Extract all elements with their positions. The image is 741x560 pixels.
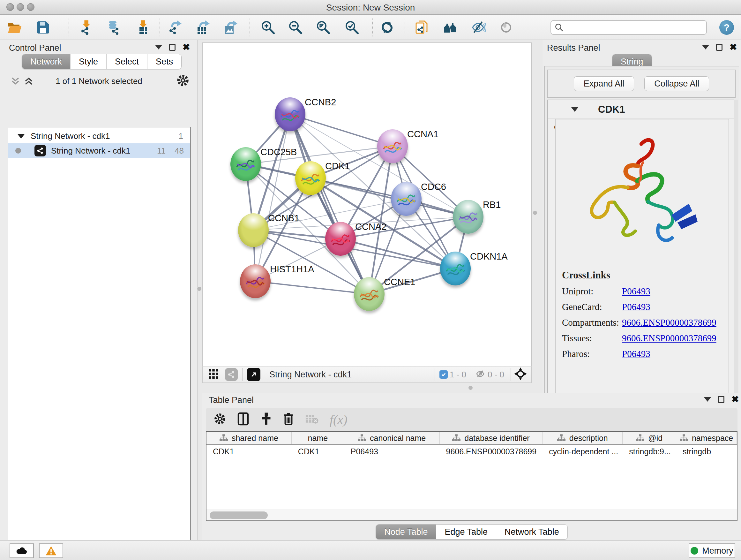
node-table[interactable]: shared namenamecanonical namedatabase id… (206, 431, 738, 521)
control-panel-collapse-icon[interactable] (155, 45, 162, 50)
node-cdc6[interactable] (391, 182, 421, 216)
help-button[interactable]: ? (719, 20, 734, 35)
table-panel-collapse-icon[interactable] (704, 397, 711, 401)
table-settings-gear-icon[interactable] (213, 413, 226, 427)
string-view-icon[interactable] (225, 368, 238, 381)
network-row-selected[interactable]: String Network - cdk1 11 48 (8, 143, 190, 158)
hide-show-icon[interactable] (468, 17, 488, 38)
column-header-name[interactable]: name (292, 432, 344, 444)
save-session-icon[interactable] (33, 17, 53, 38)
cdk1-detail-box: CrossLinks Uniprot: P06493GeneCard: P064… (555, 119, 729, 394)
export-network-icon[interactable] (165, 17, 185, 38)
memory-button[interactable]: Memory (689, 543, 735, 558)
cloud-button[interactable] (10, 543, 34, 558)
import-network-icon[interactable] (76, 17, 97, 38)
node-cdc25b[interactable] (230, 147, 261, 181)
search-input[interactable] (550, 20, 707, 35)
results-panel-close-icon[interactable]: ✖ (730, 44, 737, 51)
results-scroll-area[interactable]: CDK1 cyclin-dependent kinase 1 (547, 100, 736, 401)
node-hist1h1a[interactable] (240, 264, 271, 298)
edge-ccnb2-ccna1[interactable] (290, 114, 393, 146)
results-panel-float-icon[interactable] (716, 44, 723, 51)
crosslink-link[interactable]: P06493 (622, 302, 650, 312)
column-header-database-identifier[interactable]: database identifier (440, 432, 543, 444)
network-options-gear-icon[interactable] (176, 74, 190, 88)
selected-checkbox-icon[interactable] (440, 370, 448, 379)
birdseye-view-icon[interactable] (514, 368, 527, 381)
column-header-canonical-name[interactable]: canonical name (344, 432, 440, 444)
column-header--id[interactable]: @id (623, 432, 676, 444)
grid-view-icon[interactable] (208, 368, 219, 381)
warning-button[interactable] (39, 543, 63, 558)
toolbar-separator (69, 18, 69, 37)
crosslink-link[interactable]: P06493 (622, 286, 650, 297)
table-panel-float-icon[interactable] (718, 396, 724, 403)
tab-network-table[interactable]: Network Table (496, 524, 567, 539)
tab-node-table[interactable]: Node Table (376, 524, 436, 539)
control-panel-close-icon[interactable]: ✖ (183, 44, 190, 51)
node-ccnb2[interactable] (275, 98, 306, 131)
edge-ccnb2-hist1h1a[interactable] (255, 114, 290, 281)
node-ccnb1[interactable] (238, 213, 269, 247)
open-session-icon[interactable] (4, 17, 24, 38)
zoom-out-icon[interactable] (285, 17, 306, 38)
cloud-icon (15, 546, 28, 555)
export-table-icon[interactable] (193, 17, 213, 38)
delete-column-icon[interactable] (283, 412, 294, 427)
crosslink-row: GeneCard: P06493 (562, 302, 717, 312)
edge-hist1h1a-ccne1[interactable] (255, 281, 369, 294)
add-column-icon[interactable] (260, 412, 272, 427)
zoom-selected-icon[interactable] (342, 17, 362, 38)
show-columns-icon[interactable] (237, 412, 249, 427)
eye-icon[interactable] (496, 17, 516, 38)
right-splitter-handle[interactable] (533, 211, 537, 215)
node-cdkn1a[interactable] (440, 252, 471, 286)
tab-style[interactable]: Style (70, 54, 106, 69)
table-row[interactable]: CDK1CDK1P064939606.ENSP00000378699cyclin… (206, 445, 737, 458)
table-hscroll-thumb[interactable] (210, 511, 268, 519)
node-cdk1[interactable] (295, 161, 326, 195)
results-scrollbar[interactable] (734, 100, 738, 401)
table-toolbar: f(x) (206, 408, 738, 431)
tree-expand-icon[interactable] (17, 134, 25, 138)
results-panel-collapse-icon[interactable] (702, 45, 709, 50)
cdk1-section-header[interactable]: CDK1 (548, 101, 734, 118)
crosslink-link[interactable]: 9606.ENSP00000378699 (622, 333, 717, 344)
network-collection-row[interactable]: String Network - cdk1 1 (8, 129, 190, 143)
column-header-description[interactable]: description (542, 432, 623, 444)
warning-icon (45, 546, 57, 556)
import-database-icon[interactable] (103, 17, 124, 38)
tab-select[interactable]: Select (106, 54, 147, 69)
network-canvas[interactable]: CCNB2CCNA1CDC25BCDK1CDC6RB1CCNB1CCNA2CDK… (202, 43, 532, 366)
crosslink-link[interactable]: 9606.ENSP00000378699 (622, 317, 717, 328)
bottom-splitter-handle[interactable] (468, 386, 473, 390)
node-ccne1[interactable] (354, 277, 385, 311)
control-panel-float-icon[interactable] (169, 44, 176, 51)
collapse-all-button[interactable]: Collapse All (644, 76, 709, 91)
detach-view-icon[interactable] (247, 368, 260, 381)
import-table-icon[interactable] (132, 17, 153, 38)
node-ccna1[interactable] (377, 129, 408, 163)
left-splitter-handle[interactable] (197, 287, 201, 291)
table-hscrollbar[interactable] (206, 509, 737, 520)
title-bar: Session: New Session (0, 0, 741, 15)
export-image-icon[interactable] (221, 17, 241, 38)
tab-network[interactable]: Network (22, 54, 70, 69)
tab-sets[interactable]: Sets (147, 54, 181, 69)
duplicate-network-icon[interactable] (412, 17, 432, 38)
zoom-fit-icon[interactable] (313, 17, 333, 38)
cdk1-collapse-icon[interactable] (571, 107, 578, 112)
network-node-count: 11 (157, 146, 165, 156)
refresh-icon[interactable] (377, 17, 397, 38)
crosslink-link[interactable]: P06493 (622, 349, 650, 359)
node-ccna2[interactable] (325, 222, 356, 256)
table-cell: CDK1 (292, 445, 344, 458)
column-header-namespace[interactable]: namespace (676, 432, 737, 444)
tab-edge-table[interactable]: Edge Table (436, 524, 496, 539)
column-header-shared-name[interactable]: shared name (206, 432, 292, 444)
expand-all-button[interactable]: Expand All (574, 76, 634, 91)
zoom-in-icon[interactable] (258, 17, 278, 38)
home-icon[interactable] (440, 17, 461, 38)
node-rb1[interactable] (453, 200, 483, 234)
table-panel-close-icon[interactable]: ✖ (731, 396, 739, 402)
